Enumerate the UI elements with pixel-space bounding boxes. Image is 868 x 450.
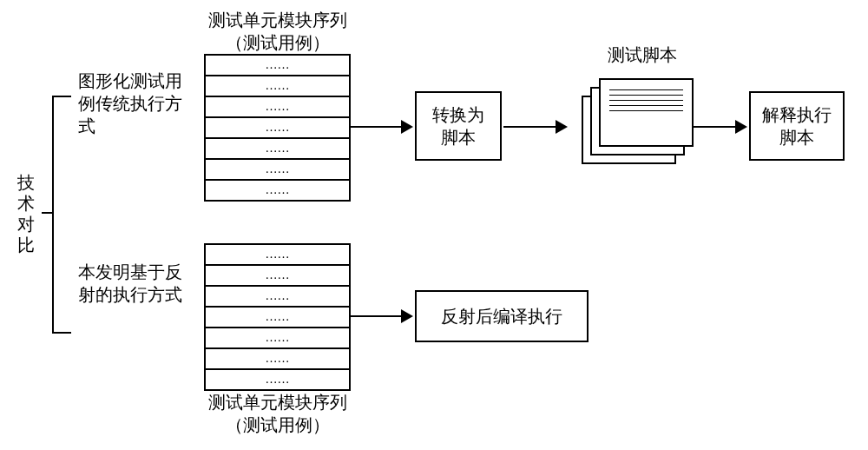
seq-row: …… [206,308,349,328]
arrow-head-icon [735,120,747,134]
seq-row: …… [206,245,349,266]
arrow-head-icon [401,309,413,323]
reflect-compile-execute-box: 反射后编译执行 [415,290,589,342]
branch-top-label: 图形化测试用例传统执行方式 [78,69,182,137]
title-line1: 测试单元模块序列 [208,393,347,412]
title-line2: （测试用例） [226,415,330,434]
bottom-sequence-box: …… …… …… …… …… …… …… [204,243,351,391]
seq-row: …… [206,349,349,370]
seq-row: …… [206,97,349,118]
axis-label: 技术对比 [17,172,36,255]
branch-bottom-label: 本发明基于反射的执行方式 [78,261,182,306]
arrow-head-icon [556,120,568,134]
arrow-line [349,315,401,317]
seq-row: …… [206,160,349,181]
title-line2: （测试用例） [226,33,330,52]
seq-row: …… [206,139,349,160]
seq-row: …… [206,56,349,76]
arrow-head-icon [401,120,413,134]
arrow-line [349,126,401,128]
top-sequence-title: 测试单元模块序列 （测试用例） [191,9,365,54]
interpret-execute-box: 解释执行 脚本 [749,91,845,161]
script-stack-label: 测试脚本 [590,43,694,66]
seq-row: …… [206,287,349,308]
arrow-line [503,126,556,128]
bottom-sequence-title: 测试单元模块序列 （测试用例） [191,391,365,436]
convert-to-script-box: 转换为 脚本 [415,91,502,161]
seq-row: …… [206,181,349,200]
title-line1: 测试单元模块序列 [208,10,347,30]
technical-comparison-diagram: 技术对比 图形化测试用例传统执行方式 本发明基于反射的执行方式 测试单元模块序列… [17,17,851,433]
seq-row: …… [206,76,349,97]
arrow-line [692,126,735,128]
top-sequence-box: …… …… …… …… …… …… …… [204,54,351,202]
seq-row: …… [206,118,349,139]
seq-row: …… [206,266,349,287]
seq-row: …… [206,328,349,349]
seq-row: …… [206,370,349,389]
